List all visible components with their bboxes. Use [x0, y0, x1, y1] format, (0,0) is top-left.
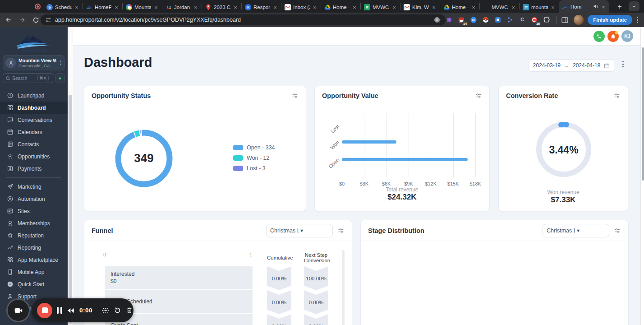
card-settings-icon[interactable] [614, 227, 621, 234]
sidebar-item-opportunities[interactable]: Opportunities [0, 150, 68, 162]
browser-tab[interactable]: 6Schedul× [43, 2, 83, 13]
browser-tab[interactable]: RRespons× [242, 2, 281, 13]
sidebar-scrollbar[interactable] [68, 27, 73, 325]
sidebar-item-quick-start[interactable]: Quick Start [0, 278, 68, 290]
tab-close-button[interactable]: × [74, 4, 79, 11]
scatter-dots-extension[interactable] [505, 14, 515, 25]
card-settings-icon[interactable] [337, 227, 345, 234]
browser-tab[interactable]: Home -× [440, 2, 479, 13]
c-extension[interactable]: C [517, 14, 528, 25]
quick-actions-button[interactable] [55, 73, 65, 83]
phone-button[interactable] [593, 31, 605, 42]
tab-close-button[interactable]: × [471, 4, 476, 11]
sidebar-item-dashboard[interactable]: Dashboard [0, 102, 68, 114]
opportunities-icon [6, 153, 14, 160]
browser-tab[interactable]: MVWC× [361, 2, 400, 13]
tab-close-button[interactable]: × [601, 4, 606, 10]
browser-tab-active[interactable]: Hom× [559, 0, 609, 13]
zoom-extension[interactable]: zm [468, 14, 479, 25]
tab-title: Kim, We [412, 5, 429, 10]
card-title: Funnel [92, 227, 113, 234]
browser-tab[interactable]: Kim, We× [400, 2, 440, 13]
restart-recording-button[interactable] [114, 306, 121, 315]
tab-search-button[interactable] [629, 1, 639, 11]
tab-close-button[interactable]: × [193, 4, 198, 11]
sidebar-item-memberships[interactable]: Memberships [0, 217, 68, 229]
tab-close-button[interactable]: × [352, 4, 357, 11]
stop-recording-button[interactable] [37, 303, 52, 318]
tab-close-button[interactable]: × [114, 4, 119, 11]
browser-tab[interactable]: MVWC A× [480, 2, 519, 13]
sidebar-search[interactable]: ⌘ K [3, 73, 53, 83]
sidebar-item-conversations[interactable]: Conversations [0, 114, 68, 126]
tick-label: $9K [404, 181, 413, 186]
browser-tab[interactable]: Mountai× [123, 2, 162, 13]
pause-button[interactable] [57, 306, 62, 315]
browser-tab[interactable]: 2023 Ch× [202, 2, 241, 13]
page-scrollbar-thumb[interactable] [642, 47, 644, 181]
sidebar-item-sites[interactable]: Sites [0, 205, 68, 217]
tab-close-button[interactable]: × [233, 4, 238, 11]
tab-close-button[interactable]: × [153, 4, 159, 11]
finish-update-button[interactable]: Finish update [588, 15, 632, 25]
calendar-extension[interactable]: 14 [456, 14, 467, 25]
camera-extension[interactable] [432, 14, 442, 25]
sidebar-item-contacts[interactable]: Contacts [0, 138, 68, 150]
stage-pipeline-dropdown[interactable]: Christmas Lights Intere... ▾ [543, 224, 609, 237]
card-settings-icon[interactable] [475, 92, 482, 99]
card-settings-icon[interactable] [613, 92, 621, 99]
drive-favicon-icon [443, 4, 450, 10]
blur-grid-button[interactable] [101, 306, 109, 315]
dashboard-options-button[interactable] [620, 61, 626, 67]
tab-close-button[interactable]: × [550, 4, 556, 11]
browser-tab[interactable]: Inbox (3× [281, 2, 321, 13]
blue-square-extension[interactable] [492, 14, 503, 25]
sidebar-scrollbar-thumb[interactable] [69, 95, 72, 323]
red-c-extension[interactable]: 16 [529, 14, 540, 25]
profile-avatar[interactable] [574, 15, 584, 25]
rewind-button[interactable] [67, 306, 75, 315]
notifications-button[interactable] [607, 31, 619, 42]
pokeball-extension[interactable] [480, 14, 491, 25]
date-range-picker[interactable]: 2024-03-19 → 2024-04-18 [529, 59, 614, 72]
sidebar-item-reputation[interactable]: Reputation [0, 229, 68, 241]
sidebar-item-calendars[interactable]: Calendars [0, 126, 68, 138]
browser-tab[interactable]: Home -× [321, 2, 360, 13]
tab-close-button[interactable]: × [391, 4, 397, 11]
extensions-puzzle-button[interactable] [541, 14, 552, 25]
tab-close-button[interactable]: × [511, 4, 516, 11]
tab-title: Inbox (3 [293, 5, 310, 10]
funnel-pipeline-dropdown[interactable]: Christmas Lights Intere... ▾ [266, 224, 333, 237]
tab-close-button[interactable]: × [312, 4, 317, 11]
back-button[interactable] [4, 15, 14, 25]
card-conversion-rate: Conversion Rate 3.44% Won revenue $7.33K [498, 86, 628, 211]
browser-tab[interactable]: Jordan (× [162, 2, 202, 13]
browser-tab[interactable]: mountai× [520, 2, 559, 13]
location-switcher[interactable]: Mountain View Wind... Coarsegold , CA ▲▼ [3, 55, 65, 70]
sidebar-item-marketing[interactable]: Marketing [0, 181, 68, 193]
search-input[interactable] [12, 75, 36, 81]
forward-button[interactable] [17, 15, 27, 25]
card-settings-icon[interactable] [291, 92, 299, 99]
sidebar-item-launchpad[interactable]: Launchpad [0, 89, 68, 102]
side-panel-button[interactable] [559, 14, 570, 25]
browser-menu-button[interactable] [634, 15, 640, 25]
tab-close-button[interactable]: × [431, 4, 437, 11]
flower-extension[interactable] [444, 14, 455, 25]
browser-tab[interactable]: HomePr× [83, 2, 122, 13]
user-avatar[interactable]: KJ [621, 30, 633, 42]
reload-button[interactable] [31, 15, 41, 25]
new-tab-button[interactable]: + [615, 2, 625, 12]
url-bar[interactable]: app.homeproportal.com/v2/location/pc9vse… [41, 14, 446, 25]
sidebar-item-payments[interactable]: Payments [0, 162, 68, 175]
sidebar-item-app-marketplace[interactable]: App Marketplace [0, 254, 68, 266]
page-scrollbar[interactable] [640, 27, 644, 325]
sidebar-item-mobile-app[interactable]: Mobile App [0, 266, 68, 278]
sidebar-item-reporting[interactable]: Reporting [0, 241, 68, 254]
funnel-scrollbar[interactable] [342, 250, 345, 325]
recorder-camera-button[interactable] [6, 298, 30, 322]
sidebar-item-automation[interactable]: Automation [0, 193, 68, 205]
tab-close-button[interactable]: × [272, 4, 278, 11]
delete-recording-button[interactable] [126, 306, 133, 315]
tab-audio-icon[interactable] [593, 3, 598, 11]
